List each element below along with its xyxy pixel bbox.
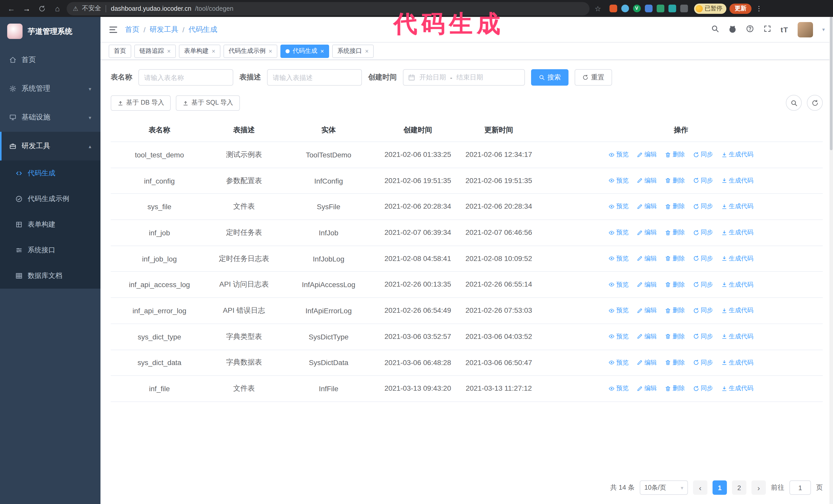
reset-button[interactable]: 重置	[575, 69, 612, 86]
reload-icon[interactable]	[36, 2, 48, 15]
paused-badge[interactable]: 已暂停	[694, 3, 727, 14]
tab-codegen[interactable]: 代码生成 ×	[280, 44, 329, 58]
sidebar-item-codegen-example[interactable]: 代码生成示例	[0, 186, 100, 212]
browser-home-icon[interactable]: ⌂	[51, 2, 64, 15]
table-name-input[interactable]	[138, 69, 233, 86]
action-edit[interactable]: 编辑	[637, 280, 657, 289]
action-edit[interactable]: 编辑	[637, 150, 657, 159]
action-edit[interactable]: 编辑	[637, 176, 657, 185]
extension-icon-1[interactable]	[609, 5, 617, 12]
action-preview[interactable]: 预览	[609, 254, 628, 263]
help-icon[interactable]	[746, 24, 754, 34]
action-sync[interactable]: 同步	[693, 384, 713, 393]
action-edit[interactable]: 编辑	[637, 254, 657, 263]
address-bar[interactable]: ⚠ 不安全 dashboard.yudao.iocoder.cn/tool/co…	[67, 2, 590, 15]
sidebar-item-home[interactable]: 首页	[0, 46, 100, 74]
action-preview[interactable]: 预览	[609, 306, 628, 315]
close-icon[interactable]: ×	[365, 47, 368, 55]
action-preview[interactable]: 预览	[609, 176, 628, 185]
sidebar-item-form-builder[interactable]: 表单构建	[0, 212, 100, 237]
action-preview[interactable]: 预览	[609, 332, 628, 341]
action-sync[interactable]: 同步	[693, 306, 713, 315]
forward-icon[interactable]: →	[21, 2, 33, 15]
close-icon[interactable]: ×	[212, 47, 215, 55]
breadcrumb-home[interactable]: 首页	[125, 25, 139, 34]
tab-trace[interactable]: 链路追踪 ×	[134, 44, 176, 58]
search-button[interactable]: 搜索	[531, 69, 569, 86]
action-delete[interactable]: 删除	[665, 228, 685, 237]
tab-codegen-example[interactable]: 代码生成示例 ×	[223, 44, 277, 58]
extension-icon-4[interactable]	[645, 5, 652, 12]
action-sync[interactable]: 同步	[693, 254, 713, 263]
action-generate[interactable]: 生成代码	[721, 306, 754, 315]
prev-page-button[interactable]: ‹	[693, 480, 708, 495]
scrollbar-thumb[interactable]	[830, 17, 832, 150]
action-delete[interactable]: 删除	[665, 202, 685, 211]
action-sync[interactable]: 同步	[693, 176, 713, 185]
action-sync[interactable]: 同步	[693, 202, 713, 211]
import-sql-button[interactable]: 基于 SQL 导入	[176, 95, 240, 111]
avatar[interactable]	[798, 22, 813, 37]
browser-menu-icon[interactable]: ⋮	[756, 5, 762, 12]
action-generate[interactable]: 生成代码	[721, 254, 754, 263]
action-sync[interactable]: 同步	[693, 280, 713, 289]
extension-icon-5[interactable]	[657, 5, 664, 12]
github-icon[interactable]	[729, 24, 737, 34]
next-page-button[interactable]: ›	[752, 480, 766, 495]
tab-system-api[interactable]: 系统接口 ×	[332, 44, 374, 58]
table-desc-input[interactable]	[267, 69, 362, 86]
action-generate[interactable]: 生成代码	[721, 176, 754, 185]
action-generate[interactable]: 生成代码	[721, 150, 754, 159]
action-delete[interactable]: 删除	[665, 332, 685, 341]
refresh-table-button[interactable]	[807, 95, 823, 111]
breadcrumb-group[interactable]: 研发工具	[150, 25, 178, 34]
action-edit[interactable]: 编辑	[637, 228, 657, 237]
action-preview[interactable]: 预览	[609, 228, 628, 237]
action-sync[interactable]: 同步	[693, 332, 713, 341]
sidebar-item-system-api[interactable]: 系统接口	[0, 237, 100, 263]
action-edit[interactable]: 编辑	[637, 332, 657, 341]
font-size-icon[interactable]: tT	[781, 25, 788, 33]
update-button[interactable]: 更新	[730, 3, 752, 14]
action-preview[interactable]: 预览	[609, 280, 628, 289]
action-generate[interactable]: 生成代码	[721, 358, 754, 367]
action-preview[interactable]: 预览	[609, 384, 628, 393]
extension-icon-7[interactable]	[680, 5, 688, 12]
action-delete[interactable]: 删除	[665, 306, 685, 315]
chevron-down-icon[interactable]: ▾	[822, 27, 825, 32]
action-sync[interactable]: 同步	[693, 358, 713, 367]
tab-home[interactable]: 首页	[109, 44, 131, 58]
action-generate[interactable]: 生成代码	[721, 384, 754, 393]
sidebar-item-system-mgmt[interactable]: 系统管理 ▾	[0, 74, 100, 103]
action-delete[interactable]: 删除	[665, 358, 685, 367]
extension-icon-2[interactable]	[621, 5, 629, 12]
close-icon[interactable]: ×	[269, 47, 272, 55]
scrollbar[interactable]	[829, 17, 833, 504]
action-edit[interactable]: 编辑	[637, 384, 657, 393]
page-2-button[interactable]: 2	[732, 480, 746, 495]
action-preview[interactable]: 预览	[609, 358, 628, 367]
action-delete[interactable]: 删除	[665, 384, 685, 393]
page-1-button[interactable]: 1	[713, 480, 727, 495]
action-generate[interactable]: 生成代码	[721, 228, 754, 237]
action-delete[interactable]: 删除	[665, 280, 685, 289]
action-sync[interactable]: 同步	[693, 228, 713, 237]
action-edit[interactable]: 编辑	[637, 306, 657, 315]
extension-icon-6[interactable]	[668, 5, 676, 12]
back-icon[interactable]: ←	[5, 2, 18, 15]
sidebar-item-db-docs[interactable]: 数据库文档	[0, 263, 100, 289]
fullscreen-icon[interactable]	[763, 24, 771, 34]
toggle-search-button[interactable]	[786, 95, 802, 111]
goto-page-input[interactable]	[789, 480, 811, 495]
sidebar-item-codegen[interactable]: 代码生成	[0, 161, 100, 186]
close-icon[interactable]: ×	[320, 47, 324, 55]
action-generate[interactable]: 生成代码	[721, 280, 754, 289]
date-range-picker[interactable]: 开始日期 - 结束日期	[403, 69, 525, 86]
action-edit[interactable]: 编辑	[637, 358, 657, 367]
action-edit[interactable]: 编辑	[637, 202, 657, 211]
action-generate[interactable]: 生成代码	[721, 332, 754, 341]
extension-icon-3[interactable]: V	[633, 5, 641, 12]
action-delete[interactable]: 删除	[665, 254, 685, 263]
action-preview[interactable]: 预览	[609, 202, 628, 211]
action-delete[interactable]: 删除	[665, 150, 685, 159]
